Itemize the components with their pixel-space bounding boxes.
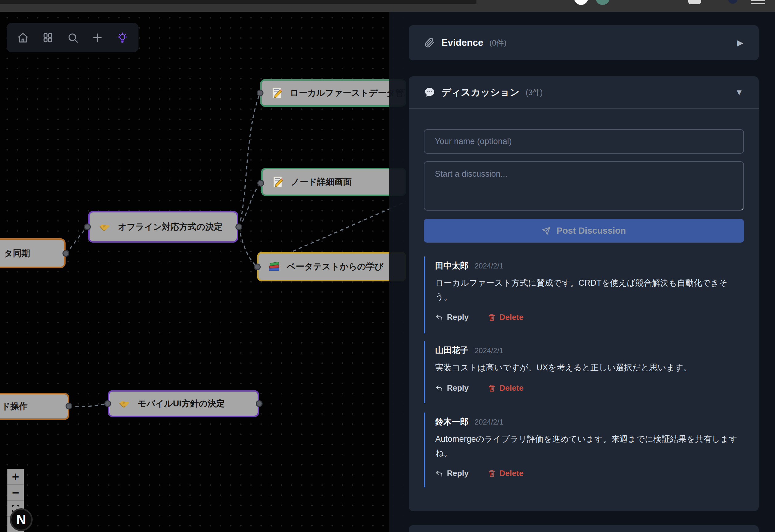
node-label: モバイルUI方針の決定 <box>138 398 225 410</box>
header-divider <box>409 108 759 109</box>
search-icon[interactable] <box>67 32 78 43</box>
comment-item: 山田花子 2024/2/1 実装コストは高いですが、UXを考えると正しい選択だと… <box>424 341 746 403</box>
edge-nodeop-mobileui <box>69 404 108 407</box>
comment-date: 2024/2/1 <box>475 418 503 426</box>
overview-grid-icon[interactable] <box>42 32 54 43</box>
node-detail-screen[interactable]: ノード詳細画面 <box>261 168 406 196</box>
port-node-operation-right[interactable] <box>66 403 72 410</box>
port-local-first-left[interactable] <box>257 90 263 96</box>
handshake-icon <box>98 220 112 234</box>
discussion-panel: ディスカッション (3件) ▼ Post Discussion 田中太郎 202… <box>409 76 759 511</box>
port-mobile-ui-right[interactable] <box>256 400 262 407</box>
add-node-icon[interactable] <box>92 32 103 43</box>
comment-text: 実装コストは高いですが、UXを考えると正しい選択だと思います。 <box>435 361 743 375</box>
comment-item: 鈴木一郎 2024/2/1 Automergeのライブラリ評価を進めています。来… <box>424 413 746 487</box>
node-beta-learnings[interactable]: ベータテストからの学び <box>257 252 406 282</box>
home-icon[interactable] <box>17 32 29 43</box>
node-mobile-ui-decision[interactable]: モバイルUI方針の決定 <box>108 390 259 417</box>
evidence-panel: Evidence (0件) ▶ <box>409 25 759 60</box>
memo-icon <box>270 86 284 100</box>
avatar-white-circle-icon[interactable] <box>574 0 588 5</box>
edge-offline-localfirst <box>239 93 260 227</box>
reply-button[interactable]: Reply <box>435 313 469 322</box>
comment-text: ローカルファースト方式に賛成です。CRDTを使えば競合解決も自動化できそう。 <box>435 276 743 304</box>
comment-item: 田中太郎 2024/2/1 ローカルファースト方式に賛成です。CRDTを使えば競… <box>424 256 746 334</box>
app-screen: ローカルファーストデータ管理 ノード詳細画面 オフライン対応方式の決定 タ同期 <box>0 0 775 532</box>
trash-icon <box>488 314 496 322</box>
node-operation-partial[interactable]: ド操作 <box>0 393 69 420</box>
node-label: ベータテストからの学び <box>287 261 383 273</box>
post-discussion-button[interactable]: Post Discussion <box>424 219 744 242</box>
extension-icon[interactable] <box>688 0 701 4</box>
edge-datasync-offline <box>66 227 87 253</box>
edge-offline-beta <box>239 227 257 267</box>
zoom-out-button[interactable]: − <box>7 485 24 501</box>
speech-balloon-icon <box>424 87 435 98</box>
paperclip-icon <box>424 37 435 48</box>
delete-button[interactable]: Delete <box>488 313 524 322</box>
delete-label: Delete <box>500 383 524 393</box>
ai-lightbulb-icon[interactable] <box>117 32 128 43</box>
reply-button[interactable]: Reply <box>435 469 469 478</box>
nextjs-dev-badge[interactable]: N <box>10 508 33 531</box>
port-node-detail-left[interactable] <box>257 180 264 186</box>
dev-badge-letter: N <box>16 512 26 527</box>
port-data-sync-right[interactable] <box>62 250 69 257</box>
browser-tabstrip <box>0 0 477 4</box>
reply-arrow-icon <box>435 470 443 478</box>
menu-icon[interactable] <box>751 0 765 5</box>
node-label: タ同期 <box>4 247 30 259</box>
comment-author: 鈴木一郎 <box>435 416 469 427</box>
port-mobile-ui-left[interactable] <box>104 400 111 407</box>
reply-label: Reply <box>447 313 469 322</box>
memo-icon <box>271 175 285 189</box>
discussion-header[interactable]: ディスカッション (3件) ▼ <box>409 76 759 108</box>
node-data-sync-partial[interactable]: タ同期 <box>0 238 66 268</box>
discussion-title: ディスカッション <box>442 86 520 99</box>
send-icon <box>542 226 551 235</box>
node-label: ド操作 <box>2 401 28 412</box>
port-offline-right[interactable] <box>235 223 242 230</box>
profile-icon[interactable] <box>728 0 737 4</box>
comment-author: 山田花子 <box>435 345 469 356</box>
comment-text: Automergeのライブラリ評価を進めています。来週までに検証結果を共有します… <box>435 432 743 460</box>
avatar-teal-circle-icon[interactable] <box>596 0 610 5</box>
trash-icon <box>488 470 496 478</box>
post-discussion-label: Post Discussion <box>557 226 626 236</box>
comment-date: 2024/2/1 <box>475 262 503 270</box>
canvas-toolbar <box>7 23 138 52</box>
node-label: ローカルファーストデータ管理 <box>290 87 406 99</box>
reply-button[interactable]: Reply <box>435 383 469 393</box>
port-beta-left[interactable] <box>254 263 261 270</box>
commenter-name-input[interactable] <box>424 129 744 154</box>
zoom-in-button[interactable]: + <box>7 469 24 485</box>
discussion-message-textarea[interactable] <box>424 161 744 210</box>
comment-date: 2024/2/1 <box>475 346 503 355</box>
node-local-first[interactable]: ローカルファーストデータ管理 <box>260 79 406 107</box>
reply-label: Reply <box>447 383 469 393</box>
discussion-count: (3件) <box>526 87 543 98</box>
evidence-header[interactable]: Evidence (0件) ▶ <box>409 25 759 60</box>
delete-button[interactable]: Delete <box>488 383 524 393</box>
edge-offline-nodedetail <box>239 183 261 227</box>
books-icon <box>267 260 281 274</box>
delete-button[interactable]: Delete <box>488 469 524 478</box>
handshake-icon <box>118 397 131 410</box>
reply-label: Reply <box>447 469 469 478</box>
node-label: オフライン対応方式の決定 <box>118 221 222 233</box>
trash-icon <box>488 384 496 392</box>
right-panel: Evidence (0件) ▶ ディスカッション (3件) ▼ <box>390 12 775 532</box>
comment-author: 田中太郎 <box>435 260 469 271</box>
reply-arrow-icon <box>435 314 443 322</box>
graph-canvas[interactable]: ローカルファーストデータ管理 ノード詳細画面 オフライン対応方式の決定 タ同期 <box>0 12 406 532</box>
next-panel-stub <box>409 525 759 532</box>
evidence-title: Evidence <box>442 37 483 48</box>
port-offline-left[interactable] <box>84 223 91 230</box>
node-offline-decision[interactable]: オフライン対応方式の決定 <box>88 211 238 242</box>
evidence-count: (0件) <box>489 38 507 48</box>
collapse-arrow-icon[interactable]: ▼ <box>735 88 743 97</box>
browser-chrome <box>0 0 775 12</box>
delete-label: Delete <box>500 313 524 322</box>
expand-arrow-icon[interactable]: ▶ <box>737 38 743 48</box>
node-label: ノード詳細画面 <box>291 176 351 188</box>
